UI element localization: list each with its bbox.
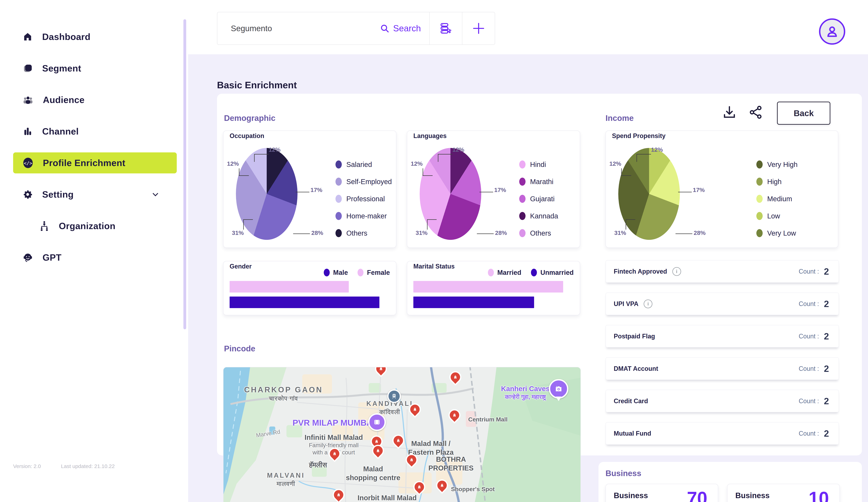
download-button[interactable]: [721, 104, 737, 120]
legend-label: Home-maker: [346, 212, 387, 220]
pie-label: 28%: [495, 230, 507, 236]
info-icon[interactable]: i: [672, 267, 681, 276]
legend-label: Very High: [767, 161, 797, 169]
map-marker-cinema[interactable]: [368, 413, 386, 431]
sidebar-item-organization[interactable]: Organization: [13, 215, 177, 237]
sidebar-scrollbar[interactable]: [183, 19, 186, 329]
occupation-pie-chart: 12% 17% 28% 31% 12% Salaried Self-Employ…: [224, 131, 396, 248]
search-button[interactable]: Search: [372, 12, 429, 44]
map-label: BOTHRAPROPERTIES: [428, 455, 474, 472]
count-value: 2: [824, 299, 829, 309]
legend-item: Medium: [756, 194, 797, 203]
legend-label: Marathi: [530, 178, 553, 186]
pie-label: 12%: [651, 146, 663, 153]
income-attribute-row[interactable]: UPI VPA i Count : 2: [606, 292, 839, 315]
income-attribute-row[interactable]: Postpaid Flag i Count : 2: [606, 325, 839, 348]
pie-label: 28%: [311, 230, 323, 236]
sidebar-item-label: Setting: [42, 189, 74, 200]
legend-item: Very Low: [756, 229, 797, 237]
legend-item: Married: [488, 269, 521, 277]
legend-item: Very High: [756, 160, 797, 169]
gender-title: Gender: [230, 263, 252, 270]
business-heading: Business: [606, 469, 641, 478]
sidebar-item-segment[interactable]: Segment: [13, 58, 177, 79]
legend-label: Low: [767, 212, 780, 220]
sidebar-item-profile-enrichment[interactable]: </> Profile Enrichment: [13, 152, 177, 173]
map-marker-attraction[interactable]: [549, 379, 568, 399]
callout-line: [626, 219, 635, 230]
code-icon: </>: [23, 157, 33, 169]
map-label: Kanheri Cavesकान्हेरी गुहा, महाराष्ट्र: [501, 384, 550, 401]
callout-line: [254, 154, 269, 162]
income-attribute-row[interactable]: Fintech Approved i Count : 2: [606, 260, 839, 283]
legend-dot: [756, 160, 763, 169]
sidebar-item-setting[interactable]: Setting: [13, 184, 177, 205]
sidebar-item-label: Dashboard: [42, 31, 91, 42]
business-card[interactable]: Business 10: [727, 484, 840, 502]
legend-dot: [756, 212, 763, 220]
attribute-label: Postpaid Flag: [614, 333, 655, 340]
sidebar-item-channel[interactable]: Channel: [13, 121, 177, 142]
pie-label: 12%: [269, 146, 280, 153]
income-heading: Income: [606, 113, 634, 123]
legend-item: Self-Employed: [335, 178, 392, 186]
bar-unmarried: [413, 297, 534, 308]
pincode-map[interactable]: CHARKOP GAONचारकोप गांव KANDIVALIकांदिवल…: [223, 367, 581, 502]
legend-dot: [335, 178, 342, 186]
legend-item: Male: [324, 269, 348, 277]
add-button[interactable]: [462, 12, 495, 44]
people-icon: [23, 95, 33, 105]
legend-label: Hindi: [530, 161, 546, 169]
count-value: 2: [824, 266, 829, 277]
callout-line: [678, 192, 692, 192]
sidebar-item-label: Segment: [42, 63, 81, 73]
sidebar-item-dashboard[interactable]: Dashboard: [13, 26, 177, 47]
info-icon[interactable]: i: [644, 300, 652, 308]
legend-item: Gujarati: [519, 194, 558, 203]
pie-label: 28%: [694, 230, 706, 236]
attribute-label: Credit Card: [614, 398, 648, 405]
map-label: CHARKOP GAONचारकोप गांव: [244, 385, 323, 402]
pie-label: 12%: [452, 146, 464, 153]
income-attribute-row[interactable]: Credit Card i Count : 2: [606, 390, 839, 412]
legend-label: Others: [346, 229, 367, 237]
attribute-label: DMAT Account: [614, 365, 658, 372]
sidebar-item-label: Channel: [42, 126, 79, 137]
income-attribute-row[interactable]: Mutual Fund i Count : 2: [606, 422, 839, 445]
bar-chart-icon: [23, 127, 32, 136]
segment-icon: [23, 63, 32, 73]
marital-bar-chart: [413, 281, 574, 312]
user-avatar[interactable]: [819, 18, 845, 45]
callout-line: [243, 219, 253, 230]
map-label: MALVANIमालवणी: [267, 471, 305, 488]
attribute-label: Mutual Fund: [614, 430, 651, 437]
share-button[interactable]: [747, 104, 763, 120]
sidebar-item-gpt[interactable]: GPT: [13, 247, 177, 268]
marital-status-card: Marital Status Married Unmarried: [407, 261, 580, 315]
search-icon: [380, 24, 389, 33]
legend-item: Unmarried: [531, 269, 574, 277]
callout-line: [423, 168, 433, 176]
legend-item: Hindi: [519, 160, 558, 169]
legend-label: Very Low: [767, 229, 796, 237]
database-select-button[interactable]: [430, 12, 462, 44]
legend-dot: [335, 160, 342, 169]
map-label: KANDIVALIकांदिवली: [366, 400, 413, 416]
callout-line: [479, 192, 493, 192]
legend-dot: [335, 212, 342, 220]
bar-married: [413, 281, 563, 292]
search-input[interactable]: [230, 23, 372, 33]
sidebar-item-audience[interactable]: Audience: [13, 89, 177, 110]
business-card[interactable]: Business 70: [606, 484, 718, 502]
person-icon: [825, 24, 840, 39]
legend-dot: [324, 269, 330, 277]
legend-item: Kannada: [519, 212, 558, 220]
income-attribute-row[interactable]: DMAT Account i Count : 2: [606, 357, 839, 380]
legend-dot: [488, 269, 494, 277]
map-label: Centrium Mall: [468, 416, 508, 423]
back-button[interactable]: Back: [777, 102, 830, 125]
callout-line: [637, 154, 651, 162]
legend-dot: [335, 229, 342, 237]
map-marker-station[interactable]: [387, 389, 401, 403]
callout-line: [675, 233, 692, 234]
